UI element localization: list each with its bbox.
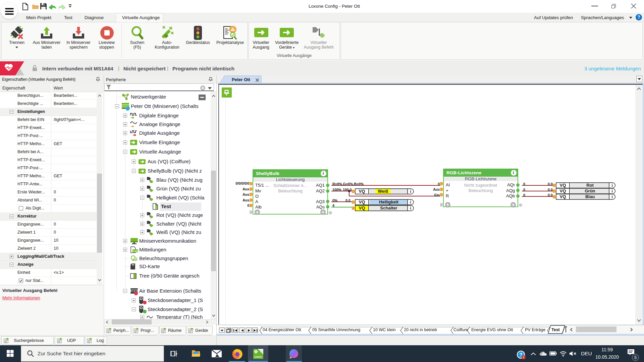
svg-text:H: H bbox=[135, 258, 137, 260]
svg-text:CONFIG: CONFIG bbox=[254, 356, 262, 358]
svg-text:LOG: LOG bbox=[133, 250, 138, 253]
